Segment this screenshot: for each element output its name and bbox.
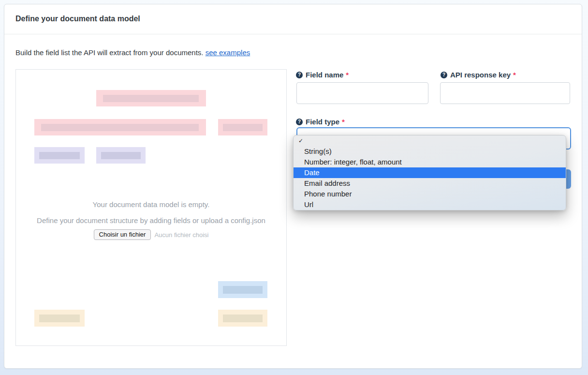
see-examples-link[interactable]: see examples bbox=[206, 48, 250, 57]
skeleton-block-inner bbox=[39, 315, 80, 322]
intro-text: Build the field list the API will extrac… bbox=[15, 48, 250, 57]
help-icon[interactable]: ? bbox=[296, 72, 303, 78]
intro-sentence: Build the field list the API will extrac… bbox=[15, 48, 204, 57]
dropdown-option-empty-selected[interactable]: ✓ bbox=[294, 135, 566, 146]
field-name-input[interactable] bbox=[296, 82, 428, 104]
dropdown-option-phone[interactable]: Phone number bbox=[294, 189, 566, 199]
skeleton-block-orange-left bbox=[34, 310, 85, 327]
skeleton-block-inner bbox=[39, 152, 80, 159]
field-type-label: Field type bbox=[306, 118, 339, 126]
field-name-label-row: ? Field name * bbox=[296, 71, 349, 79]
empty-state-subtitle: Define your document structure by adding… bbox=[15, 216, 287, 225]
dropdown-option-date[interactable]: Date bbox=[294, 167, 566, 178]
dropdown-option-number[interactable]: Number: integer, float, amount bbox=[294, 157, 566, 167]
skeleton-block-inner bbox=[103, 95, 199, 102]
dropdown-option-email[interactable]: Email address bbox=[294, 178, 566, 189]
checkmark-icon: ✓ bbox=[298, 137, 303, 144]
skeleton-block-inner bbox=[101, 152, 141, 159]
page-title: Define your document data model bbox=[15, 15, 140, 23]
dropdown-option-url[interactable]: Url bbox=[294, 199, 566, 210]
skeleton-block-orange-right bbox=[218, 310, 267, 327]
skeleton-block-pink-wide bbox=[34, 119, 206, 135]
field-type-label-row: ? Field type * bbox=[296, 118, 345, 126]
skeleton-block-inner bbox=[223, 124, 263, 131]
field-name-label: Field name bbox=[306, 71, 343, 79]
skeleton-block-inner bbox=[223, 286, 263, 294]
choose-file-button[interactable]: Choisir un fichier bbox=[94, 229, 151, 240]
api-response-key-label: API response key bbox=[450, 71, 511, 79]
skeleton-block-purple-right bbox=[96, 147, 146, 164]
api-response-key-input[interactable] bbox=[440, 82, 570, 104]
page: Define your document data model Build th… bbox=[0, 0, 588, 375]
skeleton-block-pink-small bbox=[218, 119, 267, 135]
required-asterisk: * bbox=[513, 71, 516, 79]
empty-state-title: Your document data model is empty. bbox=[15, 200, 287, 209]
skeleton-block-pink-title bbox=[96, 90, 206, 106]
help-icon[interactable]: ? bbox=[296, 119, 303, 125]
field-type-dropdown-menu: ✓ String(s) Number: integer, float, amou… bbox=[293, 135, 566, 210]
skeleton-block-inner bbox=[223, 315, 263, 322]
help-icon[interactable]: ? bbox=[441, 72, 447, 78]
skeleton-block-blue bbox=[218, 281, 267, 298]
skeleton-block-inner bbox=[41, 124, 199, 131]
required-asterisk: * bbox=[342, 118, 345, 126]
api-response-key-label-row: ? API response key * bbox=[441, 71, 516, 79]
file-chosen-status: Aucun fichier choisi bbox=[154, 231, 208, 239]
config-file-input: Choisir un fichierAucun fichier choisi bbox=[15, 229, 287, 240]
required-asterisk: * bbox=[346, 71, 349, 79]
skeleton-block-purple-left bbox=[34, 147, 85, 164]
dropdown-option-strings[interactable]: String(s) bbox=[294, 146, 566, 157]
header-divider bbox=[4, 34, 582, 34]
